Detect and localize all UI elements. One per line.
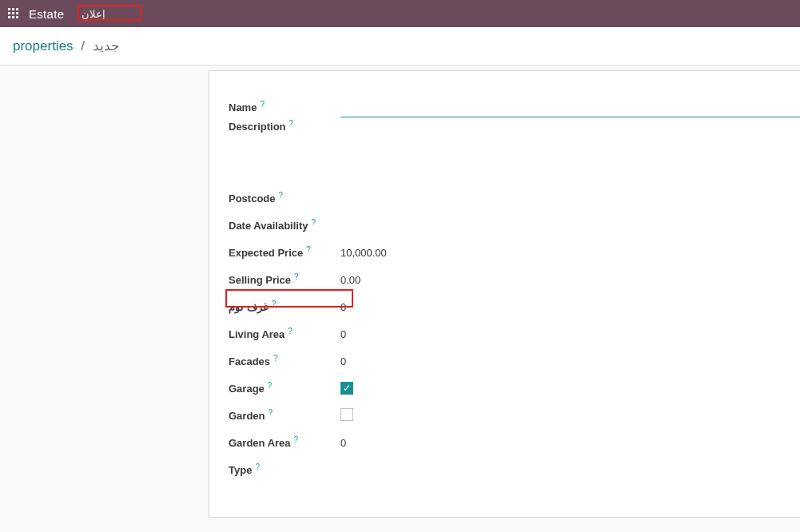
svg-rect-2 bbox=[16, 8, 18, 10]
label-date-availability: Date Availability bbox=[229, 220, 308, 232]
label-garden: Garden bbox=[229, 410, 265, 422]
svg-rect-3 bbox=[8, 12, 10, 14]
label-type: Type bbox=[229, 464, 252, 476]
form-sheet: Name ? Description ? Postcode ? bbox=[209, 70, 800, 518]
help-icon[interactable]: ? bbox=[273, 354, 278, 363]
expected-price-output[interactable]: 10,000.00 bbox=[340, 247, 800, 259]
breadcrumb-separator: / bbox=[76, 38, 90, 54]
label-expected-price: Expected Price bbox=[229, 247, 303, 259]
help-icon[interactable]: ? bbox=[294, 435, 299, 444]
breadcrumb-current: جديد bbox=[93, 38, 120, 54]
label-selling-price: Selling Price bbox=[229, 274, 291, 286]
garden-checkbox[interactable] bbox=[340, 408, 353, 421]
label-postcode: Postcode bbox=[229, 193, 276, 204]
help-icon[interactable]: ? bbox=[289, 119, 294, 128]
label-bedrooms: غرف نوم bbox=[229, 301, 269, 313]
topbar: Estate إعلان bbox=[0, 0, 800, 27]
svg-rect-0 bbox=[8, 8, 10, 10]
breadcrumb-parent[interactable]: properties bbox=[13, 38, 74, 54]
svg-rect-8 bbox=[16, 16, 18, 18]
label-garden-area: Garden Area bbox=[229, 437, 291, 449]
apps-icon[interactable] bbox=[8, 8, 19, 19]
help-icon[interactable]: ? bbox=[294, 272, 299, 281]
garden-area-output[interactable]: 0 bbox=[340, 437, 800, 449]
garage-checkbox[interactable]: ✓ bbox=[340, 382, 353, 395]
help-icon[interactable]: ? bbox=[255, 463, 260, 471]
label-description: Description bbox=[229, 121, 286, 133]
app-name[interactable]: Estate bbox=[29, 7, 64, 21]
breadcrumb: properties / جديد bbox=[0, 27, 800, 66]
svg-rect-1 bbox=[12, 8, 14, 10]
selling-price-output[interactable]: 0.00 bbox=[340, 274, 800, 286]
label-facades: Facades bbox=[229, 355, 270, 367]
menu-item-advert[interactable]: إعلان bbox=[74, 6, 113, 22]
form-area: Name ? Description ? Postcode ? bbox=[0, 66, 800, 518]
bedrooms-output[interactable]: 0 bbox=[340, 301, 800, 313]
facades-output[interactable]: 0 bbox=[340, 355, 800, 367]
name-input[interactable] bbox=[340, 97, 800, 117]
help-icon[interactable]: ? bbox=[311, 218, 316, 227]
label-garage: Garage bbox=[229, 383, 265, 395]
svg-rect-4 bbox=[12, 12, 14, 14]
help-icon[interactable]: ? bbox=[269, 408, 273, 417]
svg-rect-6 bbox=[8, 16, 10, 18]
help-icon[interactable]: ? bbox=[288, 327, 293, 335]
living-area-output[interactable]: 0 bbox=[340, 328, 800, 340]
svg-rect-7 bbox=[12, 16, 14, 18]
svg-rect-5 bbox=[16, 12, 18, 14]
help-icon[interactable]: ? bbox=[279, 191, 284, 200]
help-icon[interactable]: ? bbox=[260, 100, 265, 109]
label-living-area: Living Area bbox=[229, 328, 285, 340]
help-icon[interactable]: ? bbox=[306, 245, 311, 254]
help-icon[interactable]: ? bbox=[272, 300, 277, 308]
help-icon[interactable]: ? bbox=[268, 381, 273, 390]
label-name: Name bbox=[229, 101, 257, 113]
